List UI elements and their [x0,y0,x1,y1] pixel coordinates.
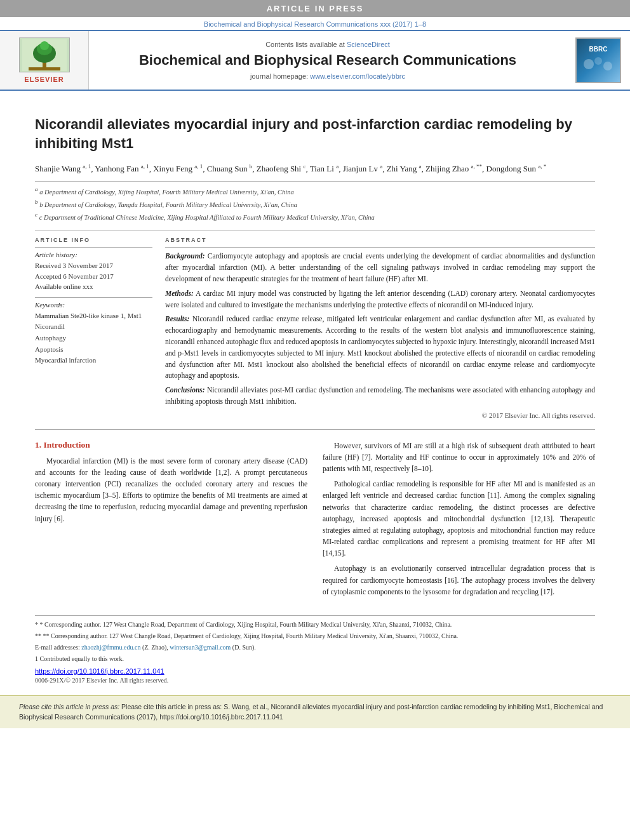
page-wrapper: ARTICLE IN PRESS Biochemical and Biophys… [0,0,630,840]
body-section: 1. Introduction Myocardial infarction (M… [35,440,595,601]
svg-point-7 [594,57,602,65]
journal-title: Biochemical and Biophysical Research Com… [139,52,516,69]
abstract-conclusions: Conclusions: Nicorandil alleviates post-… [165,385,595,408]
journal-homepage: journal homepage: www.elsevier.com/locat… [250,72,405,80]
elsevier-label: ELSEVIER [24,76,64,83]
email2-name: (D. Sun). [232,644,256,651]
body-left-col: 1. Introduction Myocardial infarction (M… [35,440,307,601]
author-wang: Shanjie Wang a, 1, [35,164,95,173]
elsevier-logo-area: ELSEVIER [0,31,89,90]
contributed-equally: 1 Contributed equally to this work. [35,654,595,663]
sciencedirect-line: Contents lists available at ScienceDirec… [265,41,390,48]
author-zhao: Zhijing Zhao a, **, [426,164,486,173]
introduction-header: 1. Introduction [35,440,307,450]
homepage-prefix: journal homepage: [250,72,310,80]
article-in-press-banner: ARTICLE IN PRESS [0,0,630,17]
accepted-text: Accepted 6 November 2017 [35,271,152,282]
doi-link[interactable]: https://doi.org/10.1016/j.bbrc.2017.11.0… [35,667,164,675]
results-label: Results: [165,315,189,323]
homepage-url[interactable]: www.elsevier.com/locate/ybbrc [310,72,405,80]
journal-header: ELSEVIER Contents lists available at Sci… [0,31,630,91]
conclusions-label: Conclusions: [165,386,205,394]
email2-link[interactable]: wintersun3@gmail.com [170,644,231,651]
journal-ref-line: Biochemical and Biophysical Research Com… [0,17,630,31]
article-title: Nicorandil alleviates myocardial injury … [35,115,595,152]
available-text: Available online xxx [35,281,152,292]
intro-para1: Myocardial infarction (MI) is the most s… [35,455,307,524]
affiliations: a a Department of Cardiology, Xijing Hos… [35,181,595,223]
info-abstract-section: ARTICLE INFO Article history: Received 3… [35,230,595,419]
svg-rect-5 [29,67,60,70]
author-li: Tian Li a, [310,164,343,173]
author-sun-c: Chuang Sun b, [207,164,257,173]
methods-text: A cardiac MI injury model was constructe… [165,290,595,309]
email1-link[interactable]: zhaozhj@fmmu.edu.cn [81,644,140,651]
abstract-column: ABSTRACT Background: Cardiomyocyte autop… [165,237,595,419]
author-feng: Xinyu Feng a, 1, [153,164,207,173]
section-divider [35,429,595,430]
bbrc-logo-text: BBRC [582,46,614,76]
keywords-section: Keywords: Mammalian Ste20-like kinase 1,… [35,297,152,366]
article-info-column: ARTICLE INFO Article history: Received 3… [35,237,152,419]
email-label: E-mail addresses: [35,644,80,651]
abstract-text: Background: Cardiomyocyte autophagy and … [165,251,595,408]
article-info-header: ARTICLE INFO [35,237,152,243]
affil-c: c c Department of Traditional Chinese Me… [35,211,595,222]
keyword-1: Mammalian Ste20-like kinase 1, Mst1 [35,310,152,322]
body-right-col: However, survivors of MI are still at a … [323,440,595,601]
keyword-5: Myocardial infarction [35,355,152,366]
affil-b: b b Department of Cardiology, Tangdu Hos… [35,198,595,210]
issn-line: 0006-291X/© 2017 Elsevier Inc. All right… [35,677,595,684]
intro-right-para2: Pathological cardiac remodeling is respo… [323,478,595,559]
intro-right-para3: Autophagy is an evolutionarily conserved… [323,563,595,597]
elsevier-tree-image [19,37,70,72]
corresponding1: * * Corresponding author. 127 West Chang… [35,620,595,629]
received-text: Received 3 November 2017 [35,260,152,271]
history-label: Article history: [35,251,152,258]
corresponding2: ** ** Corresponding author. 127 West Cha… [35,631,595,641]
sciencedirect-prefix: Contents lists available at [265,41,347,48]
authors-line: Shanjie Wang a, 1, Yanhong Fan a, 1, Xin… [35,161,595,175]
history-section: Article history: Received 3 November 201… [35,247,152,292]
main-content: Nicorandil alleviates myocardial injury … [0,91,630,608]
keyword-3: Autophagy [35,333,152,344]
svg-point-4 [40,41,49,50]
abstract-results: Results: Nicorandil reduced cardiac enzy… [165,314,595,382]
author-yang: Zhi Yang a, [387,164,426,173]
email-line: E-mail addresses: zhaozhj@fmmu.edu.cn (Z… [35,643,595,652]
keyword-4: Apoptosis [35,344,152,356]
methods-label: Methods: [165,290,194,297]
intro-right-para1: However, survivors of MI are still at a … [323,440,595,474]
journal-title-area: Contents lists available at ScienceDirec… [89,31,566,90]
author-fan: Yanhong Fan a, 1, [95,164,153,173]
intro-body-left: Myocardial infarction (MI) is the most s… [35,455,307,524]
results-text: Nicorandil reduced cardiac enzyme releas… [165,315,595,379]
bbrc-logo-area: BBRC [566,31,630,90]
citation-bar: Please cite this article in press as: Pl… [0,695,630,729]
journal-ref-text: Biochemical and Biophysical Research Com… [204,20,426,28]
abstract-methods: Methods: A cardiac MI injury model was c… [165,288,595,311]
svg-point-8 [603,62,612,70]
author-sun-d: Dongdong Sun a, * [486,164,547,173]
keyword-2: Nicorandil [35,321,152,333]
background-label: Background: [165,252,205,260]
abstract-background: Background: Cardiomyocyte autophagy and … [165,251,595,284]
svg-point-6 [584,59,594,69]
keywords-label: Keywords: [35,301,152,309]
footnotes-area: * * Corresponding author. 127 West Chang… [35,615,595,684]
intro-body-right: However, survivors of MI are still at a … [323,440,595,597]
bbrc-logo: BBRC [575,37,621,83]
doi-line: https://doi.org/10.1016/j.bbrc.2017.11.0… [35,667,595,675]
affil-a: a a Department of Cardiology, Xijing Hos… [35,185,595,197]
conclusions-text: Nicorandil alleviates post-MI cardiac dy… [165,386,595,405]
author-shi: Zhaofeng Shi c, [257,164,310,173]
background-text: Cardiomyocyte autophagy and apoptosis ar… [165,252,595,283]
abstract-header: ABSTRACT [165,237,595,243]
banner-text: ARTICLE IN PRESS [267,4,364,13]
author-lv: Jianjun Lv a, [343,164,387,173]
copyright-line: © 2017 Elsevier Inc. All rights reserved… [165,411,595,419]
sciencedirect-link[interactable]: ScienceDirect [347,41,390,48]
email1-name: (Z. Zhao), [142,644,168,651]
abstract-section: Background: Cardiomyocyte autophagy and … [165,247,595,419]
